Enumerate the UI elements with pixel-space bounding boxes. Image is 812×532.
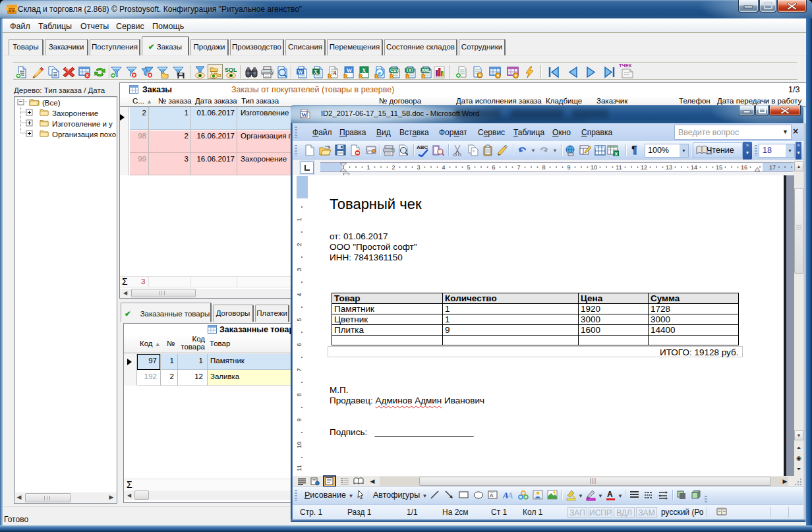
svg-text:14: 14: [691, 164, 697, 171]
svg-text:X: X: [615, 152, 618, 156]
svg-text:11: 11: [297, 465, 303, 471]
svg-text:17: 17: [769, 164, 776, 171]
svg-text:W: W: [346, 67, 352, 74]
svg-text:7: 7: [297, 368, 303, 371]
svg-text:W: W: [298, 69, 304, 75]
svg-text:10: 10: [297, 442, 303, 448]
svg-text:A: A: [506, 490, 515, 500]
svg-text:A: A: [490, 492, 494, 498]
svg-text:13: 13: [666, 164, 672, 171]
svg-text:XML: XML: [421, 68, 430, 73]
svg-text:7: 7: [517, 164, 520, 171]
svg-text:12: 12: [641, 164, 647, 171]
svg-text:8: 8: [297, 393, 303, 396]
svg-text:9: 9: [297, 418, 303, 421]
svg-text:9: 9: [567, 164, 570, 171]
svg-text:X: X: [314, 69, 318, 75]
svg-text:5: 5: [297, 318, 303, 321]
svg-text:W: W: [301, 111, 307, 118]
svg-text:5: 5: [467, 164, 470, 171]
svg-text:2: 2: [392, 164, 395, 171]
svg-text:1: 1: [366, 164, 370, 171]
svg-text:3: 3: [297, 268, 303, 271]
svg-text:TXT: TXT: [406, 68, 414, 73]
svg-text:10: 10: [591, 164, 597, 171]
svg-text:8: 8: [542, 164, 545, 171]
svg-text:2: 2: [297, 243, 303, 246]
svg-text:A: A: [607, 490, 613, 499]
svg-text:1: 1: [297, 218, 303, 221]
svg-text:4: 4: [297, 293, 303, 296]
svg-text:4: 4: [442, 164, 445, 171]
svg-text:A: A: [332, 70, 337, 76]
svg-text:6: 6: [492, 164, 495, 171]
svg-text:6: 6: [297, 343, 303, 346]
svg-text:3: 3: [417, 164, 420, 171]
svg-text:ТЧЕК: ТЧЕК: [619, 63, 632, 69]
svg-text:15: 15: [716, 164, 722, 171]
svg-text:X: X: [362, 67, 366, 74]
svg-text:SQL: SQL: [225, 67, 237, 73]
svg-text:CSV: CSV: [390, 68, 399, 73]
svg-text:11: 11: [616, 164, 622, 171]
svg-text:16: 16: [741, 164, 747, 171]
svg-text:ABC: ABC: [417, 144, 428, 150]
